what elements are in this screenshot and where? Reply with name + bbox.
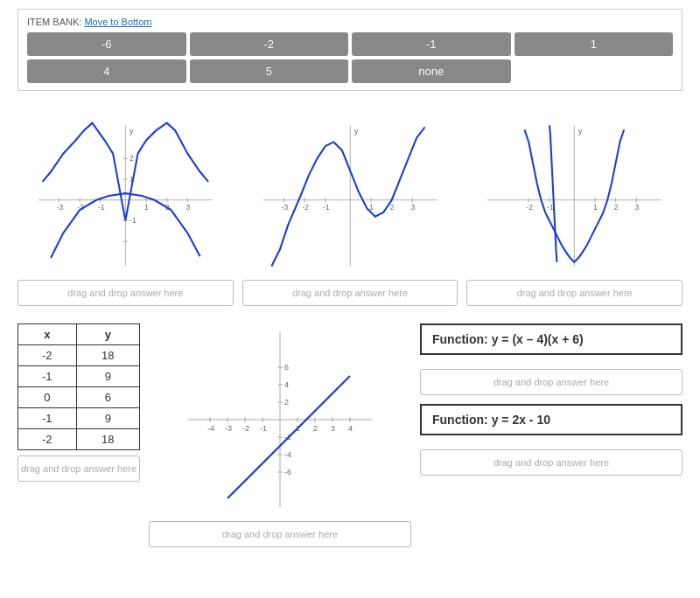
- svg-text:-4: -4: [207, 424, 214, 433]
- graph-1-svg: -3 -2 -1 1 2 3 -1 1 2 y: [18, 117, 234, 275]
- cell-x: -2: [18, 429, 77, 450]
- svg-text:-1: -1: [130, 216, 136, 225]
- svg-text:-2: -2: [527, 203, 534, 212]
- cell-x: -1: [18, 366, 77, 387]
- svg-text:4: 4: [284, 380, 289, 389]
- bank-item-5[interactable]: 5: [190, 59, 349, 83]
- svg-text:-1: -1: [323, 203, 330, 212]
- svg-text:-6: -6: [284, 468, 291, 476]
- drop-zone-function-1[interactable]: drag and drop answer here: [420, 369, 682, 395]
- bank-item-neg2[interactable]: -2: [190, 32, 349, 56]
- function-box-2: Function: y = 2x - 10: [420, 404, 682, 435]
- bank-item-neg1[interactable]: -1: [352, 32, 511, 56]
- drop-zone-function-2[interactable]: drag and drop answer here: [420, 449, 682, 476]
- svg-text:3: 3: [186, 203, 190, 212]
- svg-text:6: 6: [284, 363, 289, 372]
- bottom-row: x y -2 18 -1 9 0 6: [18, 323, 682, 547]
- main-area: -3 -2 -1 1 2 3 -1 1 2 y: [0, 100, 700, 556]
- drop-zone-2[interactable]: drag and drop answer here: [242, 280, 458, 306]
- function-box-1: Function: y = (x – 4)(x + 6): [420, 323, 682, 355]
- svg-line-80: [228, 376, 350, 498]
- svg-text:y: y: [354, 127, 359, 136]
- svg-text:2: 2: [313, 424, 318, 433]
- svg-text:y: y: [130, 127, 134, 136]
- drop-zone-linear[interactable]: drag and drop answer here: [149, 521, 411, 547]
- table-row: -2 18: [18, 429, 140, 450]
- svg-text:2: 2: [389, 203, 394, 212]
- svg-text:-4: -4: [284, 450, 291, 459]
- svg-text:3: 3: [410, 203, 415, 212]
- col-y-header: y: [76, 324, 139, 345]
- col-x-header: x: [18, 324, 77, 345]
- cell-y: 18: [76, 345, 139, 366]
- item-bank-title: ITEM BANK: Move to Bottom: [27, 17, 673, 27]
- cell-y: 6: [76, 387, 139, 408]
- bank-item-4[interactable]: 4: [27, 59, 186, 83]
- bank-item-1[interactable]: 1: [514, 32, 674, 56]
- svg-text:1: 1: [144, 203, 149, 212]
- cell-x: 0: [18, 387, 77, 408]
- drop-zone-1[interactable]: drag and drop answer here: [18, 280, 234, 306]
- svg-text:2: 2: [614, 203, 619, 212]
- function-blocks: Function: y = (x – 4)(x + 6) drag and dr…: [420, 323, 682, 476]
- bank-item-none[interactable]: none: [352, 59, 511, 83]
- graph-block-1: -3 -2 -1 1 2 3 -1 1 2 y: [18, 117, 234, 306]
- table-row: -1 9: [18, 408, 140, 429]
- svg-text:-2: -2: [242, 424, 249, 433]
- svg-text:-3: -3: [281, 203, 288, 212]
- xy-table: x y -2 18 -1 9 0 6: [18, 323, 140, 450]
- cell-y: 9: [76, 408, 139, 429]
- graphs-row: -3 -2 -1 1 2 3 -1 1 2 y: [18, 117, 682, 306]
- svg-text:-1: -1: [98, 203, 105, 212]
- graph-block-3: -2 -1 1 2 3 y drag and drop answer here: [466, 117, 682, 306]
- bank-grid: -6 -2 -1 1 4 5 none: [27, 32, 673, 83]
- svg-text:2: 2: [284, 398, 289, 407]
- bank-item-neg6[interactable]: -6: [27, 32, 186, 56]
- table-row: -1 9: [18, 366, 140, 387]
- svg-text:-1: -1: [547, 203, 554, 212]
- linear-graph-svg: -4 -3 -2 -1 1 2 3 4 2 4 6 -2 -4: [149, 323, 411, 516]
- svg-text:3: 3: [331, 424, 335, 433]
- cell-y: 18: [76, 429, 139, 450]
- drop-zone-table[interactable]: drag and drop answer here: [18, 455, 140, 482]
- linear-graph-block: -4 -3 -2 -1 1 2 3 4 2 4 6 -2 -4: [149, 323, 411, 547]
- graph-block-2: -3 -2 -1 1 2 3 y drag and drop answer he…: [242, 117, 458, 306]
- graph-2-svg: -3 -2 -1 1 2 3 y: [242, 117, 458, 275]
- svg-text:4: 4: [348, 424, 353, 433]
- svg-text:3: 3: [635, 203, 640, 212]
- item-bank: ITEM BANK: Move to Bottom -6 -2 -1 1 4 5…: [18, 9, 682, 91]
- svg-text:y: y: [578, 127, 583, 136]
- cell-y: 9: [76, 366, 139, 387]
- table-row: -2 18: [18, 345, 140, 366]
- table-row: 0 6: [18, 387, 140, 408]
- svg-text:-1: -1: [260, 424, 267, 433]
- svg-text:1: 1: [593, 203, 598, 212]
- drop-zone-3[interactable]: drag and drop answer here: [466, 280, 682, 306]
- cell-x: -2: [18, 345, 77, 366]
- svg-text:-2: -2: [302, 203, 309, 212]
- move-to-bottom-link[interactable]: Move to Bottom: [84, 17, 151, 27]
- svg-text:2: 2: [130, 154, 134, 163]
- table-block: x y -2 18 -1 9 0 6: [18, 323, 140, 482]
- svg-text:-3: -3: [57, 203, 64, 212]
- graph-3-svg: -2 -1 1 2 3 y: [466, 117, 682, 275]
- cell-x: -1: [18, 408, 77, 429]
- svg-text:-3: -3: [225, 424, 232, 433]
